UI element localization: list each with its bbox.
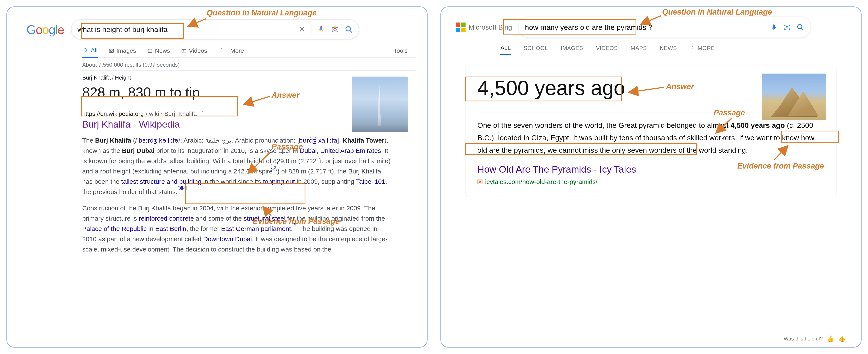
favicon-icon: ✷	[477, 179, 483, 184]
result-title[interactable]: How Old Are The Pyramids - Icy Tales	[477, 164, 825, 175]
google-logo[interactable]: Google	[26, 22, 64, 37]
bing-tabs: ALL SCHOOL IMAGES VIDEOS MAPS NEWS ⋮MORE	[500, 41, 850, 55]
google-search-input[interactable]	[78, 25, 299, 34]
ipa-link[interactable]: bʊrd͡ʒ xaˈliːfa	[299, 137, 337, 144]
result-stats: About 7,550,000 results (0.97 seconds)	[82, 58, 416, 70]
more-dots-icon: ⋮	[218, 47, 224, 54]
mic-icon[interactable]	[770, 24, 777, 31]
tools-link[interactable]: Tools	[394, 47, 408, 54]
thumbs-down-icon[interactable]: 👎	[838, 335, 845, 342]
tab-more[interactable]: ⋮ More	[217, 44, 245, 57]
news-icon	[147, 48, 153, 54]
svg-rect-13	[773, 25, 775, 28]
bing-searchbar-icons	[770, 24, 804, 31]
helpful-prompt: Was this helpful? 👍 👎	[784, 335, 845, 342]
link-uae[interactable]: United Arab Emirates	[320, 147, 381, 154]
tab-videos[interactable]: Videos	[180, 44, 208, 57]
google-searchbar-icons: ✕	[299, 25, 353, 34]
result-snippet: One of the seven wonders of the world, t…	[477, 119, 825, 156]
tab-all[interactable]: ALL	[500, 41, 511, 55]
link-structural-steel[interactable]: structural steel	[244, 215, 285, 222]
search-icon[interactable]	[797, 24, 804, 31]
tab-maps[interactable]: MAPS	[630, 42, 647, 55]
annot-question: Question in Natural Language	[662, 7, 772, 16]
link-reinforced-concrete[interactable]: reinforced concrete	[138, 215, 194, 222]
annot-question: Question in Natural Language	[207, 8, 317, 17]
camera-icon[interactable]	[331, 26, 339, 33]
svg-line-6	[86, 51, 88, 52]
tab-school[interactable]: SCHOOL	[523, 42, 549, 55]
featured-image[interactable]	[352, 76, 408, 132]
google-panel: Google ✕ All Images News V	[6, 6, 428, 348]
reference-link[interactable]: [3]	[178, 186, 182, 190]
result-snippet: The Burj Khalifa (/ˈbɜːrdʒ kəˈliːfə/; Ar…	[82, 135, 391, 254]
reference-link[interactable]: [4]	[182, 186, 187, 190]
svg-line-17	[801, 28, 803, 30]
google-tabs: All Images News Videos ⋮ More Tools	[82, 44, 416, 58]
tab-news[interactable]: NEWS	[659, 42, 677, 55]
tab-news[interactable]: News	[146, 44, 171, 57]
ipa-link[interactable]: ˈbɜːrdʒ kəˈliːfə	[137, 137, 178, 144]
more-dots-icon[interactable]: ⋮	[199, 110, 206, 117]
link-east-berlin[interactable]: East Berlin	[155, 225, 186, 232]
svg-point-8	[110, 50, 111, 50]
tab-all[interactable]: All	[82, 44, 98, 58]
divider	[82, 70, 416, 71]
bing-search-input[interactable]	[525, 23, 770, 32]
link-tallest[interactable]: tallest structure and building	[121, 178, 202, 185]
videos-icon	[181, 48, 187, 54]
images-icon	[108, 48, 114, 54]
bing-panel: Microsoft Bing ALL SCHOOL IMAGES VIDEOS …	[440, 6, 862, 348]
more-dots-icon: ⋮	[690, 45, 695, 51]
svg-point-1	[334, 29, 336, 31]
link-topping-out[interactable]: topping out	[263, 178, 295, 185]
thumbs-up-icon[interactable]: 👍	[827, 335, 834, 342]
featured-image[interactable]	[762, 74, 826, 120]
svg-point-15	[786, 26, 788, 28]
featured-result: Burj Khalifa/Height 828 m, 830 m to tip …	[82, 74, 416, 254]
bing-logo[interactable]: Microsoft Bing	[456, 23, 512, 32]
microsoft-icon	[456, 23, 466, 32]
bing-topbar: Microsoft Bing	[456, 17, 846, 38]
google-search-bar[interactable]: ✕	[71, 20, 359, 39]
svg-line-4	[350, 30, 352, 32]
link-palace[interactable]: Palace of the Republic	[82, 225, 147, 232]
search-icon[interactable]	[345, 26, 353, 33]
google-topbar: Google ✕	[26, 20, 416, 39]
svg-rect-2	[334, 27, 336, 28]
reference-link[interactable]: [5]	[293, 222, 298, 227]
tab-videos[interactable]: VIDEOS	[596, 42, 618, 55]
reference-link[interactable]: [2]	[273, 165, 277, 170]
link-east-german-parliament[interactable]: East German parliament	[221, 225, 291, 232]
bing-answer-card: 4,500 years ago One of the seven wonders…	[466, 66, 836, 196]
link-downtown-dubai[interactable]: Downtown Dubai	[203, 236, 252, 243]
bing-search-bar[interactable]	[519, 17, 810, 38]
mic-icon[interactable]	[317, 26, 325, 33]
link-taipei[interactable]: Taipei 101	[356, 178, 385, 185]
clear-icon[interactable]: ✕	[299, 25, 305, 34]
search-small-icon	[83, 47, 89, 53]
result-url[interactable]: ✷ icytales.com/how-old-are-the-pyramids/	[477, 178, 825, 185]
tab-images[interactable]: Images	[108, 44, 137, 57]
link-dubai[interactable]: Dubai	[300, 147, 317, 154]
lens-icon[interactable]	[783, 24, 791, 31]
tab-more[interactable]: ⋮MORE	[689, 42, 715, 55]
tab-images[interactable]: IMAGES	[560, 42, 584, 55]
